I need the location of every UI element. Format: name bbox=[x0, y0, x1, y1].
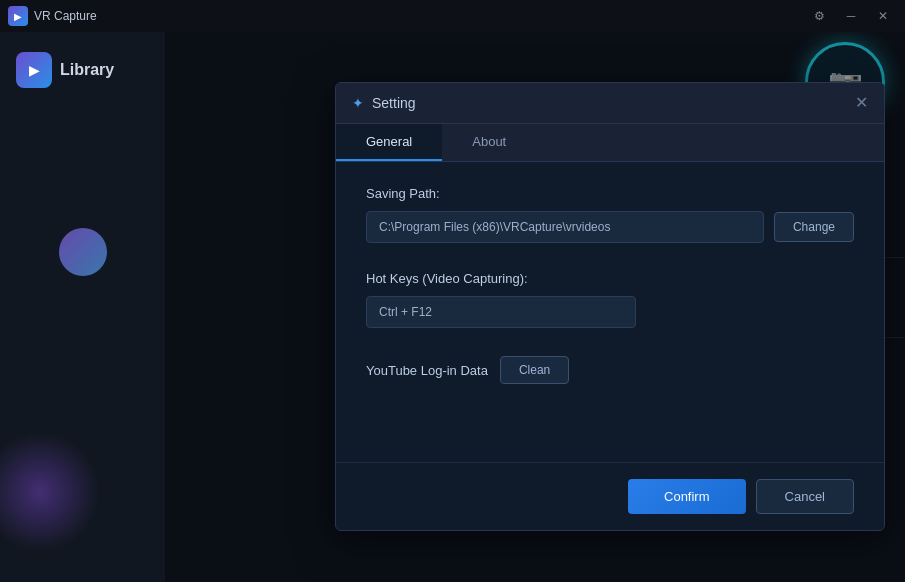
youtube-row: YouTube Log-in Data Clean bbox=[366, 356, 854, 384]
window-controls: ⚙ ─ ✕ bbox=[805, 6, 897, 26]
path-row: Change bbox=[366, 211, 854, 243]
cancel-button[interactable]: Cancel bbox=[756, 479, 854, 514]
youtube-inner-row: YouTube Log-in Data Clean bbox=[366, 356, 854, 384]
sidebar: ▶ Library bbox=[0, 32, 165, 582]
app-title: VR Capture bbox=[34, 9, 97, 23]
logo-icon: ▶ bbox=[16, 52, 52, 88]
dialog-header-left: ✦ Setting bbox=[352, 95, 416, 111]
settings-dialog: ✦ Setting ✕ General About Saving Path: bbox=[335, 82, 885, 531]
right-panel: 📷 ected Panel ↻ ce o VR devices ▾ Applic… bbox=[165, 32, 905, 582]
minimize-button[interactable]: ─ bbox=[837, 6, 865, 26]
close-button[interactable]: ✕ bbox=[869, 6, 897, 26]
saving-path-label: Saving Path: bbox=[366, 186, 854, 201]
hotkeys-label: Hot Keys (Video Capturing): bbox=[366, 271, 854, 286]
clean-button[interactable]: Clean bbox=[500, 356, 569, 384]
confirm-button[interactable]: Confirm bbox=[628, 479, 746, 514]
youtube-label: YouTube Log-in Data bbox=[366, 363, 488, 378]
sidebar-logo: ▶ Library bbox=[0, 52, 114, 88]
change-button[interactable]: Change bbox=[774, 212, 854, 242]
hotkeys-row: Hot Keys (Video Capturing): bbox=[366, 271, 854, 328]
tab-general[interactable]: General bbox=[336, 124, 442, 161]
title-bar-left: ▶ VR Capture bbox=[8, 6, 97, 26]
dialog-body: Saving Path: Change Hot Keys (Video Capt… bbox=[336, 162, 884, 462]
saving-path-input[interactable] bbox=[366, 211, 764, 243]
app-icon: ▶ bbox=[8, 6, 28, 26]
hotkey-input[interactable] bbox=[366, 296, 636, 328]
dialog-overlay: ✦ Setting ✕ General About Saving Path: bbox=[165, 32, 905, 582]
dialog-footer: Confirm Cancel bbox=[336, 462, 884, 530]
main-layout: ▶ Library 📷 ected Panel ↻ ce o VR device… bbox=[0, 32, 905, 582]
saving-path-row: Saving Path: Change bbox=[366, 186, 854, 243]
dialog-title: Setting bbox=[372, 95, 416, 111]
logo-text: Library bbox=[60, 61, 114, 79]
dialog-close-button[interactable]: ✕ bbox=[855, 95, 868, 111]
settings-gear-icon: ✦ bbox=[352, 95, 364, 111]
dialog-tabs: General About bbox=[336, 124, 884, 162]
dialog-header: ✦ Setting ✕ bbox=[336, 83, 884, 124]
tab-about[interactable]: About bbox=[442, 124, 536, 161]
sidebar-avatar bbox=[59, 228, 107, 276]
sidebar-glow bbox=[0, 432, 100, 552]
settings-button[interactable]: ⚙ bbox=[805, 6, 833, 26]
title-bar: ▶ VR Capture ⚙ ─ ✕ bbox=[0, 0, 905, 32]
